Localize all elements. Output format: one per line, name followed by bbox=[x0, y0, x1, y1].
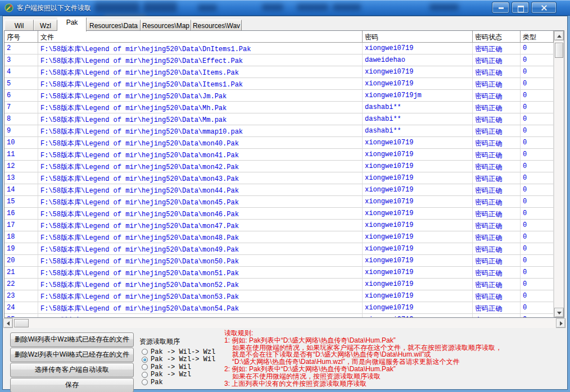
cell-type: 0 bbox=[521, 66, 554, 78]
read-order-label: 资源读取顺序 bbox=[139, 337, 180, 347]
table-row[interactable]: 7F:\58版本库\Legend of mir\hejing520\Data\M… bbox=[4, 102, 554, 113]
radio-option-5[interactable]: Pak bbox=[142, 379, 163, 386]
action-button-2[interactable]: 删除Wzl列表中Wil格式已经存在的文件 bbox=[10, 348, 134, 362]
cell-file: F:\58版本库\Legend of mir\hejing520\Data\mo… bbox=[38, 314, 363, 317]
cell-status: 密码正确 bbox=[473, 102, 521, 113]
window-title: 客户端按照以下文件读取 bbox=[17, 3, 91, 13]
action-button-3[interactable]: 选择传奇客户端自动读取 bbox=[10, 363, 134, 377]
radio-option-3[interactable]: Pak -> Wil bbox=[142, 363, 191, 371]
table-row[interactable]: 6F:\58版本库\Legend of mir\hejing520\Data\J… bbox=[4, 90, 554, 102]
window-controls bbox=[492, 2, 557, 13]
table-row[interactable]: 17F:\58版本库\Legend of mir\hejing520\Data\… bbox=[4, 220, 554, 231]
cell-no: 8 bbox=[4, 113, 38, 125]
blurred-watermark bbox=[297, 4, 328, 11]
tab-wil[interactable]: Wil bbox=[4, 20, 34, 31]
table-row[interactable]: 20F:\58版本库\Legend of mir\hejing520\Data\… bbox=[4, 255, 554, 267]
table-row[interactable]: 11F:\58版本库\Legend of mir\hejing520\Data\… bbox=[4, 149, 554, 161]
table-row[interactable]: 21F:\58版本库\Legend of mir\hejing520\Data\… bbox=[4, 267, 554, 279]
action-button-4[interactable]: 保存 bbox=[10, 378, 134, 392]
table-row[interactable]: 18F:\58版本库\Legend of mir\hejing520\Data\… bbox=[4, 231, 554, 243]
rule-line: 读取规则: bbox=[224, 330, 565, 337]
cell-status: 密码正确 bbox=[473, 113, 521, 125]
action-button-1[interactable]: 删除Wil列表中Wzl格式已经存在的文件 bbox=[10, 332, 134, 347]
tab-resources-wav[interactable]: Resources\Wav bbox=[191, 20, 242, 31]
blurred-watermark bbox=[429, 4, 459, 11]
radio-icon bbox=[142, 357, 148, 363]
table-row[interactable]: 22F:\58版本库\Legend of mir\hejing520\Data\… bbox=[4, 279, 554, 290]
cell-file: F:\58版本库\Legend of mir\hejing520\Data\mo… bbox=[38, 267, 363, 279]
table-row[interactable]: 2F:\58版本库\Legend of mir\hejing520\Data\D… bbox=[4, 43, 554, 54]
maximize-button[interactable] bbox=[512, 2, 529, 13]
horizontal-scroll-thumb[interactable] bbox=[14, 319, 29, 327]
column-header[interactable]: 密码 bbox=[363, 31, 473, 42]
cell-password: xiongwei0719 bbox=[363, 231, 473, 243]
table-row[interactable]: 25F:\58版本库\Legend of mir\hejing520\Data\… bbox=[4, 314, 554, 317]
cell-file: F:\58版本库\Legend of mir\hejing520\Data\Ef… bbox=[38, 54, 363, 66]
radio-option-2[interactable]: Pak -> Wzl-> Wil bbox=[142, 356, 215, 363]
cell-file: F:\58版本库\Legend of mir\hejing520\Data\Jm… bbox=[38, 90, 363, 102]
cell-file: F:\58版本库\Legend of mir\hejing520\Data\mo… bbox=[38, 231, 363, 243]
table-row[interactable]: 5F:\58版本库\Legend of mir\hejing520\Data\I… bbox=[4, 78, 554, 90]
tab-resources-map[interactable]: Resources\Map bbox=[141, 20, 191, 31]
cell-file: F:\58版本库\Legend of mir\hejing520\Data\mo… bbox=[38, 302, 363, 314]
cell-password: xiongwei0719 bbox=[363, 137, 473, 149]
column-header[interactable]: 类型 bbox=[521, 31, 554, 42]
radio-icon bbox=[142, 379, 148, 385]
column-header[interactable]: 文件 bbox=[38, 31, 363, 42]
column-header[interactable]: 序号 bbox=[4, 31, 38, 42]
cell-password: xiongwei0719 bbox=[363, 161, 473, 172]
cell-file: F:\58版本库\Legend of mir\hejing520\Data\mo… bbox=[38, 161, 363, 172]
cell-type: 0 bbox=[521, 267, 554, 279]
cell-type: 0 bbox=[521, 231, 554, 243]
cell-password: daweidehao bbox=[363, 54, 473, 66]
scroll-up-button[interactable] bbox=[554, 31, 564, 40]
cell-status: 密码正确 bbox=[473, 66, 521, 78]
radio-option-1[interactable]: Pak -> Wil-> Wzl bbox=[142, 348, 215, 355]
rule-line: 如果在不使用微端的情况，按照资源读取顺序读取 bbox=[224, 373, 565, 380]
cell-password: xiongwei0719 bbox=[363, 302, 473, 314]
table-row[interactable]: 15F:\58版本库\Legend of mir\hejing520\Data\… bbox=[4, 196, 554, 208]
close-button[interactable] bbox=[531, 2, 557, 13]
vertical-scroll-thumb[interactable] bbox=[555, 43, 563, 58]
tab-pak[interactable]: Pak bbox=[57, 17, 87, 31]
tab-resources-data[interactable]: Resources\Data bbox=[87, 20, 141, 31]
table-row[interactable]: 9F:\58版本库\Legend of mir\hejing520\Data\m… bbox=[4, 125, 554, 137]
column-header[interactable]: 密码状态 bbox=[473, 31, 521, 42]
scroll-down-button[interactable] bbox=[554, 308, 564, 317]
scroll-left-button[interactable] bbox=[3, 318, 13, 328]
arrow-up-icon bbox=[557, 35, 562, 38]
table-row[interactable]: 10F:\58版本库\Legend of mir\hejing520\Data\… bbox=[4, 137, 554, 149]
cell-status: 密码正确 bbox=[473, 137, 521, 149]
cell-file: F:\58版本库\Legend of mir\hejing520\Data\mo… bbox=[38, 208, 363, 220]
radio-icon bbox=[142, 349, 148, 355]
cell-type: 0 bbox=[521, 243, 554, 255]
cell-type: 0 bbox=[521, 220, 554, 231]
table-row[interactable]: 16F:\58版本库\Legend of mir\hejing520\Data\… bbox=[4, 208, 554, 220]
cell-type: 0 bbox=[521, 314, 554, 317]
cell-no: 16 bbox=[4, 208, 38, 220]
table-row[interactable]: 3F:\58版本库\Legend of mir\hejing520\Data\E… bbox=[4, 54, 554, 66]
cell-type: 0 bbox=[521, 172, 554, 184]
vertical-scrollbar[interactable] bbox=[554, 31, 564, 317]
table-row[interactable]: 13F:\58版本库\Legend of mir\hejing520\Data\… bbox=[4, 172, 554, 184]
horizontal-scrollbar[interactable] bbox=[3, 318, 566, 328]
cell-password: xiongwei0719 bbox=[363, 196, 473, 208]
cell-type: 0 bbox=[521, 290, 554, 302]
table-row[interactable]: 24F:\58版本库\Legend of mir\hejing520\Data\… bbox=[4, 302, 554, 314]
table-row[interactable]: 14F:\58版本库\Legend of mir\hejing520\Data\… bbox=[4, 184, 554, 196]
table-row[interactable]: 4F:\58版本库\Legend of mir\hejing520\Data\I… bbox=[4, 66, 554, 78]
cell-type: 0 bbox=[521, 54, 554, 66]
minimize-button[interactable] bbox=[492, 2, 509, 13]
titlebar[interactable]: 客户端按照以下文件读取 bbox=[0, 0, 570, 16]
table-row[interactable]: 8F:\58版本库\Legend of mir\hejing520\Data\M… bbox=[4, 113, 554, 125]
table-row[interactable]: 23F:\58版本库\Legend of mir\hejing520\Data\… bbox=[4, 290, 554, 302]
rule-line: 3: 上面列表中没有的文件按照资源读取顺序读取 bbox=[224, 380, 565, 388]
table-row[interactable]: 12F:\58版本库\Legend of mir\hejing520\Data\… bbox=[4, 161, 554, 172]
cell-no: 22 bbox=[4, 279, 38, 290]
scroll-right-button[interactable] bbox=[556, 318, 566, 328]
radio-option-4[interactable]: Pak -> Wzl bbox=[142, 371, 191, 379]
cell-no: 25 bbox=[4, 314, 38, 317]
cell-file: F:\58版本库\Legend of mir\hejing520\Data\mo… bbox=[38, 149, 363, 161]
tab-wzl[interactable]: Wzl bbox=[34, 20, 57, 31]
table-row[interactable]: 19F:\58版本库\Legend of mir\hejing520\Data\… bbox=[4, 243, 554, 255]
